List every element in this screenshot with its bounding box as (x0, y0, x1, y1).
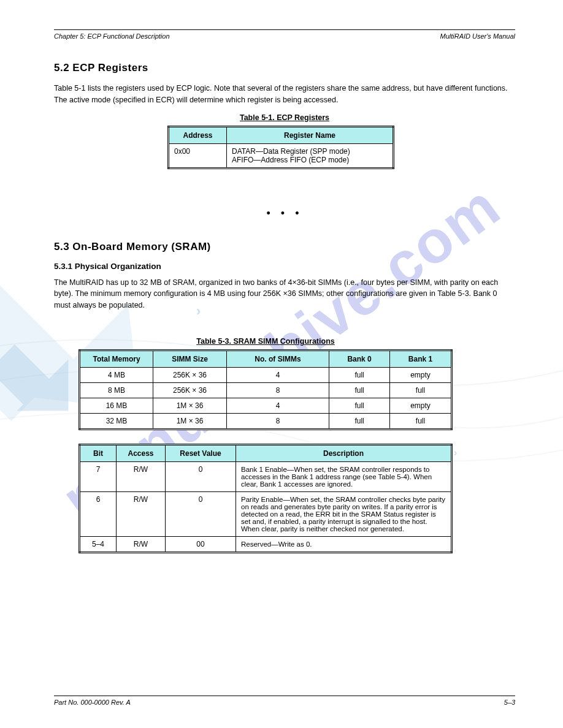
table-row: 0x00 DATAR—Data Register (SPP mode) AFIF… (169, 143, 394, 168)
table-cell: 256K × 36 (153, 382, 227, 398)
table-cell: 32 MB (80, 413, 153, 429)
table-cell: 7 (80, 461, 117, 491)
footer-left: Part No. 000-0000 Rev. A (54, 699, 131, 706)
table-cell: full (329, 398, 390, 413)
table-cell: 0 (166, 461, 236, 491)
table-cell: 256K × 36 (153, 367, 227, 382)
table-row: 16 MB 1M × 36 4 full empty (80, 398, 452, 413)
header-rule (54, 29, 515, 30)
section-5-3-1-title: 5.3.1 Physical Organization (54, 262, 515, 271)
table-header-cell: SIMM Size (153, 350, 227, 367)
table-cell: 8 MB (80, 382, 153, 398)
table-cell: 1M × 36 (153, 413, 227, 429)
table-cell: 16 MB (80, 398, 153, 413)
table-row: 6 R/W 0 Parity Enable—When set, the SRAM… (80, 491, 452, 536)
table-cell: 8 (227, 413, 329, 429)
table-header-cell: Address (169, 126, 227, 143)
table-header-cell: Total Memory (80, 350, 153, 367)
table-cell: Parity Enable—When set, the SRAM control… (236, 491, 452, 536)
table-cell: 4 (227, 367, 329, 382)
register-bit-table: Bit Access Reset Value Description 7 R/W… (79, 444, 453, 553)
table-cell: full (390, 413, 452, 429)
table-cell: 5–4 (80, 536, 117, 552)
table-header-cell: Bank 0 (329, 350, 390, 367)
table-header-cell: Bit (80, 444, 117, 461)
table-header-cell: No. of SIMMs (227, 350, 329, 367)
table-cell: full (329, 413, 390, 429)
table-cell: 4 MB (80, 367, 153, 382)
header-right: MultiRAID User's Manual (440, 32, 515, 40)
table-row: Bit Access Reset Value Description (80, 444, 452, 461)
footer-page-number: 5–3 (504, 699, 515, 706)
table-cell: empty (390, 367, 452, 382)
footer-rule (54, 696, 515, 696)
section-5-2-title: 5.2 ECP Registers (54, 62, 515, 74)
table-cell: 6 (80, 491, 117, 536)
table-row: 8 MB 256K × 36 8 full full (80, 382, 452, 398)
table-header-cell: Description (236, 444, 452, 461)
table-row: 5–4 R/W 00 Reserved—Write as 0. (80, 536, 452, 552)
table-cell: full (390, 382, 452, 398)
table-cell: R/W (117, 536, 166, 552)
table-row: 32 MB 1M × 36 8 full full (80, 413, 452, 429)
table-5-3-title: Table 5-3. SRAM SIMM Configurations (79, 337, 453, 346)
table-cell: 1M × 36 (153, 398, 227, 413)
header-left: Chapter 5: ECP Functional Description (54, 32, 170, 40)
table-cell: R/W (117, 491, 166, 536)
table-header-cell: Reset Value (166, 444, 236, 461)
table-row: Address Register Name (169, 126, 394, 143)
table-cell: Reserved—Write as 0. (236, 536, 452, 552)
table-cell: 0x00 (169, 143, 227, 168)
table-cell: Bank 1 Enable—When set, the SRAM control… (236, 461, 452, 491)
table-header-cell: Bank 1 (390, 350, 452, 367)
table-header-cell: Register Name (227, 126, 394, 143)
table-cell: 8 (227, 382, 329, 398)
section-5-2-intro: Table 5-1 lists the registers used by EC… (54, 83, 515, 106)
table-5-3: Total Memory SIMM Size No. of SIMMs Bank… (79, 349, 453, 430)
table-cell: full (329, 382, 390, 398)
table-row: 4 MB 256K × 36 4 full empty (80, 367, 452, 382)
table-cell: R/W (117, 461, 166, 491)
section-5-3-title: 5.3 On-Board Memory (SRAM) (54, 241, 515, 253)
table-row: Total Memory SIMM Size No. of SIMMs Bank… (80, 350, 452, 367)
table-5-1-title: Table 5-1. ECP Registers (54, 113, 515, 122)
section-5-3-1-para: The MultiRAID has up to 32 MB of SRAM, o… (54, 277, 515, 311)
table-cell: 4 (227, 398, 329, 413)
table-row: 7 R/W 0 Bank 1 Enable—When set, the SRAM… (80, 461, 452, 491)
table-cell: empty (390, 398, 452, 413)
table-cell: DATAR—Data Register (SPP mode) AFIFO—Add… (227, 143, 394, 168)
ellipsis-divider: • • • (54, 207, 515, 220)
table-5-1: Address Register Name 0x00 DATAR—Data Re… (167, 126, 394, 169)
table-header-cell: Access (117, 444, 166, 461)
table-cell: 00 (166, 536, 236, 552)
table-cell: 0 (166, 491, 236, 536)
table-cell: full (329, 367, 390, 382)
